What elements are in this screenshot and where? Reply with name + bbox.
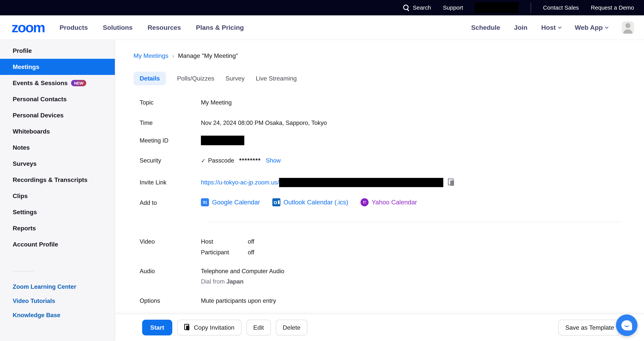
- chevron-down-icon: [605, 25, 608, 28]
- sidebar-item-personal-contacts[interactable]: Personal Contacts: [0, 91, 115, 107]
- security-value: ✓ Passcode ******** Show: [201, 157, 280, 164]
- section-divider: [207, 222, 621, 222]
- passcode-masked: ********: [239, 157, 261, 164]
- edit-button[interactable]: Edit: [246, 320, 271, 336]
- top-utility-bar: Search Support Contact Sales Request a D…: [0, 0, 644, 15]
- sidebar-item-settings[interactable]: Settings: [0, 204, 115, 220]
- passcode-label: Passcode: [208, 157, 234, 164]
- save-as-template-button[interactable]: Save as Template: [558, 320, 621, 336]
- video-participant-label: Participant: [201, 249, 248, 256]
- request-demo-link[interactable]: Request a Demo: [591, 4, 634, 11]
- sidebar-item-whiteboards[interactable]: Whiteboards: [0, 123, 115, 140]
- tab-polls-quizzes[interactable]: Polls/Quizzes: [177, 72, 214, 85]
- audio-value: Telephone and Computer Audio Dial from J…: [201, 268, 284, 285]
- video-participant-row: Participant off: [201, 249, 254, 256]
- chat-widget-button[interactable]: [616, 314, 638, 336]
- delete-button[interactable]: Delete: [276, 320, 308, 336]
- dial-from-line: Dial from Japan: [201, 278, 284, 285]
- chat-bubble-icon: [621, 320, 632, 330]
- nav-item-join[interactable]: Join: [514, 24, 528, 31]
- chat-smile-icon: [624, 324, 629, 327]
- support-link[interactable]: Support: [443, 4, 463, 11]
- tab-live-streaming[interactable]: Live Streaming: [256, 72, 296, 85]
- nav-right-group: Schedule Join Host Web App: [471, 21, 634, 34]
- sidebar-link-video-tutorials[interactable]: Video Tutorials: [0, 294, 115, 308]
- zoom-logo[interactable]: zoom: [12, 20, 44, 34]
- options-row: Options Mute participants upon entry: [140, 298, 644, 304]
- sidebar-item-profile[interactable]: Profile: [0, 43, 115, 59]
- nav-item-web-app[interactable]: Web App: [575, 24, 608, 31]
- sidebar-item-personal-devices[interactable]: Personal Devices: [0, 107, 115, 123]
- outlook-calendar-icon: o: [272, 198, 280, 206]
- search-label: Search: [413, 4, 431, 11]
- yahoo-calendar-link[interactable]: Y! Yahoo Calendar: [360, 198, 417, 206]
- copy-icon[interactable]: [448, 178, 456, 187]
- nav-item-schedule[interactable]: Schedule: [471, 24, 500, 31]
- video-participant-value: off: [248, 249, 254, 256]
- avatar[interactable]: [622, 21, 634, 34]
- sidebar-item-notes[interactable]: Notes: [0, 140, 115, 156]
- topic-value: My Meeting: [201, 99, 232, 106]
- sidebar-item-surveys[interactable]: Surveys: [0, 156, 115, 172]
- audio-type: Telephone and Computer Audio: [201, 268, 284, 275]
- checkmark-icon: ✓: [201, 157, 206, 164]
- search-button[interactable]: Search: [403, 4, 431, 11]
- nav-item-resources[interactable]: Resources: [148, 24, 181, 31]
- invite-url-link[interactable]: https://u-tokyo-ac-jp.zoom.us/: [201, 179, 279, 186]
- nav-left-group: Products Solutions Resources Plans & Pri…: [60, 24, 244, 31]
- breadcrumb-current: Manage "My Meeting": [178, 52, 238, 59]
- outlook-calendar-link[interactable]: o Outlook Calendar (.ics): [272, 198, 348, 206]
- topbar-divider: [531, 3, 531, 13]
- sidebar-link-knowledge-base[interactable]: Knowledge Base: [0, 308, 115, 322]
- calendar-links: 31 Google Calendar o Outlook Calendar (.…: [201, 198, 417, 206]
- audio-row: Audio Telephone and Computer Audio Dial …: [140, 268, 644, 285]
- video-row: Video Host off Participant off: [140, 238, 644, 256]
- sidebar-item-meetings[interactable]: Meetings: [0, 59, 115, 75]
- time-value: Nov 24, 2024 08:00 PM Osaka, Sapporo, To…: [201, 120, 327, 126]
- google-calendar-icon: 31: [201, 198, 209, 206]
- sidebar-item-reports[interactable]: Reports: [0, 220, 115, 236]
- tab-details[interactable]: Details: [134, 72, 166, 85]
- redacted-account-info: [475, 2, 519, 13]
- copy-invitation-button[interactable]: Copy Invitation: [177, 320, 242, 336]
- sidebar-item-account-profile[interactable]: Account Profile: [0, 236, 115, 252]
- audio-label: Audio: [140, 268, 201, 285]
- sidebar-item-events-sessions[interactable]: Events & SessionsNEW: [0, 75, 115, 91]
- page-layout: Profile Meetings Events & SessionsNEW Pe…: [0, 40, 644, 341]
- new-badge: NEW: [71, 80, 86, 86]
- breadcrumb-my-meetings-link[interactable]: My Meetings: [134, 52, 168, 59]
- contact-sales-link[interactable]: Contact Sales: [543, 4, 579, 11]
- main-navbar: zoom Products Solutions Resources Plans …: [0, 15, 644, 40]
- sidebar: Profile Meetings Events & SessionsNEW Pe…: [0, 40, 115, 341]
- tab-survey[interactable]: Survey: [226, 72, 245, 85]
- invite-link-value: https://u-tokyo-ac-jp.zoom.us/: [201, 178, 456, 187]
- nav-item-solutions[interactable]: Solutions: [103, 24, 132, 31]
- copy-icon: [184, 324, 191, 331]
- tab-bar: Details Polls/Quizzes Survey Live Stream…: [134, 72, 644, 85]
- video-host-row: Host off: [201, 238, 254, 245]
- breadcrumb-separator: ›: [172, 53, 174, 59]
- sidebar-link-zoom-learning-center[interactable]: Zoom Learning Center: [0, 280, 115, 294]
- google-calendar-link[interactable]: 31 Google Calendar: [201, 198, 260, 206]
- nav-item-host[interactable]: Host: [541, 24, 561, 31]
- topic-label: Topic: [140, 99, 201, 106]
- redacted-meeting-id: [201, 136, 244, 145]
- video-host-label: Host: [201, 238, 248, 245]
- chevron-down-icon: [558, 25, 562, 28]
- main-content: My Meetings › Manage "My Meeting" Detail…: [115, 40, 644, 341]
- start-button[interactable]: Start: [142, 320, 172, 336]
- sidebar-item-clips[interactable]: Clips: [0, 188, 115, 204]
- nav-item-plans-pricing[interactable]: Plans & Pricing: [196, 24, 244, 31]
- redacted-invite-link: [279, 178, 443, 187]
- nav-item-products[interactable]: Products: [60, 24, 88, 31]
- sidebar-item-recordings-transcripts[interactable]: Recordings & Transcripts: [0, 172, 115, 188]
- meeting-details: Topic My Meeting Time Nov 24, 2024 08:00…: [140, 99, 644, 304]
- show-passcode-link[interactable]: Show: [266, 157, 281, 164]
- meeting-id-row: Meeting ID: [140, 137, 644, 145]
- video-value: Host off Participant off: [201, 238, 254, 256]
- topic-row: Topic My Meeting: [140, 99, 644, 106]
- dial-from-country: Japan: [226, 278, 244, 285]
- time-label: Time: [140, 120, 201, 126]
- invite-link-row: Invite Link https://u-tokyo-ac-jp.zoom.u…: [140, 179, 644, 187]
- sidebar-divider: [13, 271, 34, 271]
